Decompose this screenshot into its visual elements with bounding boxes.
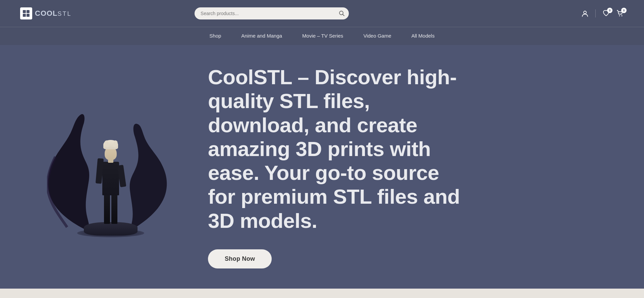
hero-title: CoolSTL – Discover high-quality STL file… [208,65,470,233]
search-container [195,7,349,19]
logo-cool: COOL [35,9,58,17]
nav-item-videogame[interactable]: Video Game [363,31,391,41]
user-icon [581,10,589,17]
nav-item-anime[interactable]: Anime and Manga [241,31,282,41]
wishlist-badge: 0 [607,8,612,13]
logo[interactable]: COOLSTL [20,7,72,19]
svg-rect-0 [21,9,31,18]
hero-content: CoolSTL – Discover high-quality STL file… [181,65,470,268]
nav-item-movie[interactable]: Movie – TV Series [302,31,343,41]
search-icon [339,10,345,16]
logo-icon [20,7,32,19]
svg-rect-2 [26,10,30,13]
nav-item-shop[interactable]: Shop [209,31,221,41]
search-button[interactable] [339,10,345,16]
logo-text: COOLSTL [35,9,72,18]
header-divider [595,9,596,17]
wishlist-button[interactable]: 0 [602,10,610,17]
nav-item-allmodels[interactable]: All Models [411,31,434,41]
svg-point-8 [619,15,620,16]
logo-stl: STL [58,10,72,17]
search-input[interactable] [195,7,349,19]
main-nav: Shop Anime and Manga Movie – TV Series V… [0,27,644,45]
svg-rect-4 [26,14,30,17]
svg-rect-1 [23,10,26,13]
bottom-bar [0,289,644,298]
svg-point-9 [621,15,622,16]
header-icons: 0 0 [581,9,624,17]
hero-image-area [40,96,181,237]
site-header: COOLSTL 0 [0,0,644,27]
shop-now-button[interactable]: Shop Now [208,249,272,268]
svg-rect-3 [23,14,26,17]
account-button[interactable] [581,10,589,17]
svg-line-6 [343,14,344,16]
cart-button[interactable]: 0 [616,10,624,17]
cart-badge: 0 [621,8,627,13]
hero-section: CoolSTL – Discover high-quality STL file… [0,45,644,289]
svg-point-7 [584,11,586,14]
hero-figure [57,96,164,237]
